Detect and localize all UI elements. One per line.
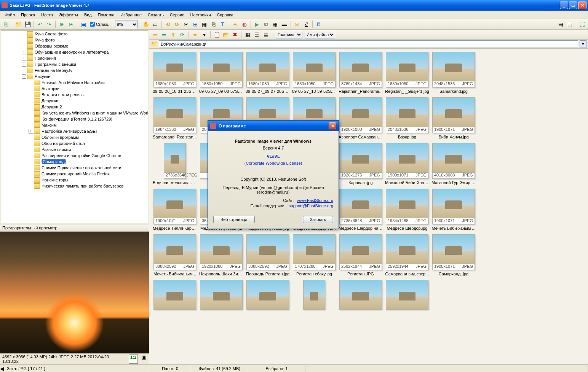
thumbnail[interactable]: 2736x3648JPEGМедресе Шердор на ... [338, 189, 383, 231]
strip-icon[interactable]: ▬ [280, 20, 289, 29]
thumbnail[interactable]: 1900x1071JPEGБиби Ханум.jpg [431, 97, 476, 139]
crop-icon[interactable]: ✂ [182, 20, 190, 29]
tree-item[interactable]: Вставки в мои релизы [1, 92, 148, 98]
menu-tools[interactable]: Сервис [167, 12, 187, 18]
wallpaper-icon[interactable]: 🖥 [315, 20, 323, 29]
thumbnail[interactable]: 1680x1050JPEG09-05-27_09-27-28Sa... [245, 52, 290, 94]
menu-effects[interactable]: Эффекты [56, 12, 81, 18]
thumbnail[interactable]: 1920x1080JPEGАэропорт Самарканд... [338, 97, 383, 139]
tree-item[interactable]: Обои на рабочий стол [1, 140, 148, 146]
thumbnail[interactable] [245, 280, 290, 310]
print-icon[interactable]: 🖨 [302, 20, 310, 29]
thumbnail[interactable]: 1900x1071JPEGМавзолей Биби-Хану... [385, 143, 430, 185]
menu-help[interactable]: Справка [214, 12, 236, 18]
dialog-titlebar[interactable]: О программе ✕ [208, 121, 339, 131]
tree-item[interactable]: Девушки 2 [1, 104, 148, 110]
view-thumb-icon[interactable]: ▦ [243, 30, 252, 39]
thumbnail[interactable]: 4010x3008JPEGМавзолей Гур-Эмир -... [431, 143, 476, 185]
thumbnail[interactable]: 1900x1071JPEGСамарканд..jpg [431, 234, 476, 276]
thumbnail[interactable]: 1984x1360JPEGSamarqand_Registan... [152, 97, 197, 139]
menu-create[interactable]: Создать [145, 12, 167, 18]
preview-fit-icon[interactable]: ▣ [142, 355, 147, 364]
tree-item[interactable]: +Пояснения [1, 55, 148, 61]
tree-item[interactable]: Максим [1, 122, 148, 128]
thumbnail[interactable] [338, 280, 383, 310]
tree-item[interactable]: Снимки Подключение по локальной сети [1, 165, 148, 171]
fav-add-icon[interactable]: ★ [191, 30, 199, 39]
tree-item[interactable]: +Настройка Антивируса ESET [1, 128, 148, 134]
tree-item[interactable]: Обложки программ [1, 134, 148, 140]
compare-icon[interactable]: ⧉ [262, 20, 270, 29]
zoom-select[interactable]: 9% [115, 21, 138, 28]
dialog-email-link[interactable]: support@FastStone.org [289, 203, 333, 208]
tree-item[interactable]: Самарканд [1, 159, 148, 165]
fullscreen2-icon[interactable]: ⛶ [578, 20, 586, 29]
address-dropdown[interactable]: ▾ [580, 40, 586, 48]
adjust-icon[interactable]: ☀ [231, 20, 240, 29]
thumbnail[interactable]: 2048x1536JPEGБазар.jpg [385, 97, 430, 139]
slideshow-icon[interactable]: ▶ [253, 20, 261, 29]
tree-item[interactable]: Аватарки [1, 86, 148, 92]
tree-item[interactable]: -Рисунки [1, 73, 148, 79]
resize-icon[interactable]: ⊞ [191, 20, 200, 29]
thumbnail[interactable]: 1984x1488JPEGМедресе Шердор.jpg [385, 189, 430, 231]
tree-item[interactable]: +Программы с внешки [1, 61, 148, 67]
menu-colors[interactable]: Цвета [38, 12, 56, 18]
color-icon[interactable]: ◐ [240, 20, 249, 29]
thumbnail[interactable]: 2592x1944JPEGСамарканд вид свер... [385, 234, 430, 276]
nav-back-icon[interactable]: ⬅ [151, 30, 159, 39]
address-input[interactable] [159, 40, 578, 48]
thumbnail[interactable]: 1680x1050JPEG09-05-27_09-00-57Sa... [199, 52, 244, 94]
close-button[interactable]: ✕ [578, 2, 586, 9]
copy-to-icon[interactable]: 📋 [213, 30, 221, 39]
dialog-site-link[interactable]: www.FastStone.org [297, 198, 333, 203]
tree-item[interactable]: Куча Света фото [1, 31, 148, 37]
view-list-icon[interactable]: ☰ [252, 30, 261, 39]
zoom-in-icon[interactable]: ⊕ [58, 20, 66, 29]
preview-pane[interactable] [0, 232, 149, 353]
thumbnail[interactable] [292, 280, 337, 310]
tree-item[interactable]: Образцы резюме [1, 43, 148, 49]
save-icon[interactable]: 💾 [23, 20, 32, 29]
move-to-icon[interactable]: 📂 [222, 30, 230, 39]
tree-item[interactable]: Разные снимки [1, 146, 148, 153]
zoom-out-icon[interactable]: ⊖ [67, 20, 75, 29]
tree-item[interactable]: Снимки расширений Mozilla Firefox [1, 171, 148, 177]
thumbnail[interactable] [385, 280, 430, 310]
thumbnail[interactable]: 1680x1050JPEGRegistan_-_Gusjer1.jpg [385, 52, 430, 94]
sort-select[interactable]: Имя файла [305, 31, 335, 38]
convert-icon[interactable]: ⎘ [2, 20, 10, 29]
tree-item[interactable]: Куча фото [1, 37, 148, 43]
email-icon[interactable]: ✉ [293, 20, 301, 29]
tree-item[interactable]: Физическая память при работе браузеров [1, 183, 148, 189]
rotate-left-icon[interactable]: ⟲ [164, 20, 172, 29]
dialog-close-btn[interactable]: Закрыть [303, 216, 333, 223]
tree-item[interactable]: Конфигурация µTorrent 3.1.2 (26729) [1, 116, 148, 122]
minimize-button[interactable]: _ [560, 2, 568, 9]
thumbnail[interactable]: 1900x1071JPEGМечеть Биби-ханым ... [431, 189, 476, 231]
dialog-web-button[interactable]: Веб-страница [213, 216, 255, 223]
fullscreen-icon[interactable]: ▣ [79, 20, 88, 29]
thumbnail[interactable]: 3789x1434JPEGRajasthan_Panorama... [338, 52, 383, 94]
nav-refresh-icon[interactable]: ⟳ [178, 30, 187, 39]
tree-item[interactable]: Расширения и настройки Google Chrome [1, 153, 148, 159]
smooth-checkbox[interactable]: Сглаж. [90, 22, 109, 27]
delete-icon[interactable]: ✖ [231, 30, 239, 39]
redo-icon[interactable]: ↷ [45, 20, 53, 29]
thumbnail[interactable]: 1900x1071JPEGМедресе Тилля-Кари... [152, 189, 197, 231]
preview-ratio[interactable]: 1:1 [129, 355, 138, 364]
select-icon[interactable]: ▭ [151, 20, 160, 29]
thumbnail[interactable]: 1707x1280JPEGРегистан сбоку.jpg [292, 234, 337, 276]
filter-select[interactable]: Графика [276, 31, 302, 38]
view-detail-icon[interactable]: ▤ [262, 30, 270, 39]
rotate-right-icon[interactable]: ⟳ [173, 20, 181, 29]
thumbnail[interactable]: 3888x2592JPEGМечеть Биби-ханым... [152, 234, 197, 276]
tree-item[interactable]: Релизы на filebay.tv [1, 67, 148, 73]
folder-tree[interactable]: Куча Света фотоКуча фотоОбразцы резюме+О… [1, 30, 148, 223]
contact-sheet-icon[interactable]: ▦ [271, 20, 280, 29]
thumbnail[interactable] [152, 280, 197, 310]
layout-icon[interactable]: ▤ [556, 20, 565, 29]
menu-file[interactable]: Файл [2, 12, 18, 18]
tree-item[interactable]: +Обучающие видеоуроки и литература [1, 49, 148, 55]
menu-edit[interactable]: Правка [18, 12, 38, 18]
